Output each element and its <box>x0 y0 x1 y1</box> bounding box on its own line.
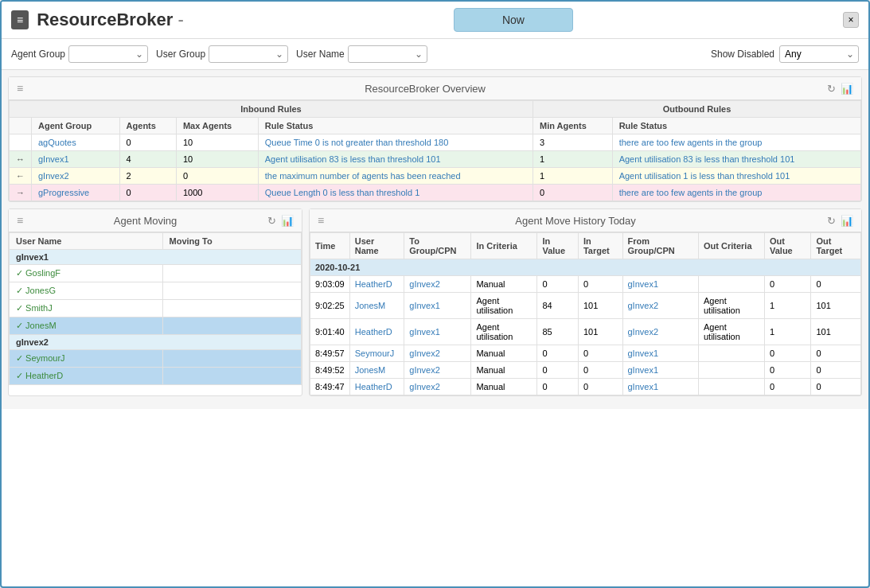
agents-cell: 0 <box>119 134 176 151</box>
history-table-row[interactable]: 8:49:47 HeatherD gInvex2 Manual 0 0 gInv… <box>310 379 861 395</box>
in-value-col-header: In Value <box>537 233 578 259</box>
history-from-group-cell[interactable]: gInvex1 <box>622 276 698 293</box>
app-window: ≡ ResourceBroker - Now × Agent Group Use… <box>0 0 870 588</box>
outbound-rules-header: Outbound Rules <box>533 101 860 118</box>
history-table-row[interactable]: 8:49:52 JonesM gInvex2 Manual 0 0 gInvex… <box>310 362 861 379</box>
agent-moving-refresh-icon[interactable]: ↻ <box>267 215 276 227</box>
history-out-value-cell: 0 <box>765 379 811 395</box>
agent-moving-panel: ≡ Agent Moving ↻ 📊 User Name Moving To <box>8 208 302 396</box>
history-table-row[interactable]: 9:01:40 HeatherD gInvex1 Agent utilisati… <box>310 319 861 345</box>
agents-col-header: Agents <box>119 118 176 134</box>
user-group-select[interactable] <box>209 45 288 63</box>
agent-row[interactable]: ✓ SmithJ <box>10 300 302 317</box>
history-user-cell[interactable]: HeatherD <box>349 319 404 345</box>
agent-row[interactable]: ✓ SeymourJ <box>10 350 302 368</box>
moving-to-col-header: Moving To <box>162 233 301 250</box>
overview-table-row[interactable]: agQuotes 0 10 Queue Time 0 is not greate… <box>10 134 861 151</box>
agent-row[interactable]: ✓ GoslingF <box>10 265 302 282</box>
overview-table-row[interactable]: → gProgressive 0 1000 Queue Length 0 is … <box>10 185 861 201</box>
check-icon: ✓ <box>16 303 23 313</box>
max-agents-cell: 1000 <box>176 185 258 201</box>
max-agents-cell: 10 <box>176 151 258 168</box>
history-from-group-cell[interactable]: gInvex1 <box>622 362 698 379</box>
min-agents-cell: 1 <box>533 151 612 168</box>
max-agents-col-header: Max Agents <box>176 118 258 134</box>
show-disabled-label: Show Disabled <box>711 49 774 60</box>
now-button[interactable]: Now <box>454 8 573 32</box>
agent-history-chart-icon[interactable]: 📊 <box>841 215 853 227</box>
show-disabled-select[interactable]: Any Yes No <box>779 45 859 63</box>
agent-name-cell: ✓ JonesM <box>10 317 163 335</box>
history-user-cell[interactable]: HeatherD <box>349 379 404 395</box>
user-name-select[interactable] <box>348 45 427 63</box>
main-content: ≡ ResourceBroker Overview ↻ 📊 Inbound Ru… <box>2 70 868 409</box>
history-in-value-cell: 0 <box>537 379 578 395</box>
history-out-target-cell: 0 <box>811 379 861 395</box>
history-user-cell[interactable]: JonesM <box>349 362 404 379</box>
history-from-group-cell[interactable]: gInvex1 <box>622 345 698 362</box>
agent-group-select[interactable] <box>68 45 148 63</box>
arrow-col-header <box>10 118 32 134</box>
agent-group-cell[interactable]: gInvex1 <box>32 151 120 168</box>
refresh-icon[interactable]: ↻ <box>827 83 836 95</box>
overview-table-row[interactable]: ↔ gInvex1 4 10 Agent utilisation 83 is l… <box>10 151 861 168</box>
inbound-rule-status-col-header: Rule Status <box>258 118 533 134</box>
history-out-criteria-cell <box>698 379 764 395</box>
history-out-value-cell: 1 <box>765 319 811 345</box>
agent-history-refresh-icon[interactable]: ↻ <box>827 215 836 227</box>
agent-row[interactable]: ✓ JonesM <box>10 317 302 335</box>
history-in-target-cell: 101 <box>578 319 622 345</box>
show-disabled-select-wrapper: Any Yes No <box>779 45 859 63</box>
outbound-rule-cell: Agent utilisation 1 is less than thresho… <box>612 168 860 185</box>
history-in-value-cell: 0 <box>537 362 578 379</box>
history-to-group-cell[interactable]: gInvex2 <box>404 379 471 395</box>
history-in-target-cell: 0 <box>578 276 622 293</box>
history-user-cell[interactable]: HeatherD <box>349 276 404 293</box>
history-to-group-cell[interactable]: gInvex2 <box>404 276 471 293</box>
inbound-rule-cell: Agent utilisation 83 is less than thresh… <box>258 151 533 168</box>
close-button[interactable]: × <box>843 12 859 28</box>
history-user-name-col-header: User Name <box>349 233 404 259</box>
out-target-col-header: Out Target <box>811 233 861 259</box>
from-group-col-header: From Group/CPN <box>622 233 698 259</box>
history-in-criteria-cell: Manual <box>471 276 537 293</box>
history-time-cell: 9:03:09 <box>310 276 350 293</box>
history-to-group-cell[interactable]: gInvex2 <box>404 345 471 362</box>
agent-row[interactable]: ✓ JonesG <box>10 282 302 300</box>
agent-group-label: Agent Group <box>11 49 65 60</box>
date-row: 2020-10-21 <box>310 259 861 276</box>
agent-group-cell[interactable]: agQuotes <box>32 134 120 151</box>
history-table-row[interactable]: 8:49:57 SeymourJ gInvex2 Manual 0 0 gInv… <box>310 345 861 362</box>
history-in-criteria-cell: Manual <box>471 379 537 395</box>
agent-group-cell[interactable]: gInvex2 <box>32 168 120 185</box>
history-from-group-cell[interactable]: gInvex2 <box>622 319 698 345</box>
agent-moving-chart-icon[interactable]: 📊 <box>281 215 294 227</box>
history-to-group-cell[interactable]: gInvex1 <box>404 293 471 319</box>
agent-group-cell[interactable]: gProgressive <box>32 185 120 201</box>
history-in-criteria-cell: Manual <box>471 345 537 362</box>
history-table-row[interactable]: 9:02:25 JonesM gInvex1 Agent utilisation… <box>310 293 861 319</box>
history-from-group-cell[interactable]: gInvex1 <box>622 379 698 395</box>
title-left: ≡ ResourceBroker - <box>11 10 184 30</box>
agent-row[interactable]: ✓ HeatherD <box>10 368 302 385</box>
overview-panel-title: ResourceBroker Overview <box>23 83 827 95</box>
history-user-cell[interactable]: SeymourJ <box>349 345 404 362</box>
history-table-row[interactable]: 9:03:09 HeatherD gInvex2 Manual 0 0 gInv… <box>310 276 861 293</box>
history-to-group-cell[interactable]: gInvex2 <box>404 362 471 379</box>
agent-moving-scroll: User Name Moving To gInvex1 ✓ GoslingF ✓… <box>9 232 302 385</box>
outbound-rule-status-col-header: Rule Status <box>612 118 860 134</box>
agent-history-panel-header: ≡ Agent Move History Today ↻ 📊 <box>310 209 861 232</box>
arrow-cell <box>10 134 32 151</box>
user-name-label: User Name <box>296 49 345 60</box>
overview-table-row[interactable]: ← gInvex2 2 0 the maximum number of agen… <box>10 168 861 185</box>
history-to-group-cell[interactable]: gInvex1 <box>404 319 471 345</box>
check-icon: ✓ <box>16 371 23 380</box>
overview-table: Inbound Rules Outbound Rules Agent Group… <box>9 100 861 201</box>
chart-icon[interactable]: 📊 <box>841 83 853 95</box>
max-agents-cell: 0 <box>176 168 258 185</box>
history-from-group-cell[interactable]: gInvex2 <box>622 293 698 319</box>
app-title: ResourceBroker - <box>37 10 184 30</box>
min-agents-cell: 0 <box>533 185 612 201</box>
history-user-cell[interactable]: JonesM <box>349 293 404 319</box>
moving-to-cell <box>162 350 301 368</box>
